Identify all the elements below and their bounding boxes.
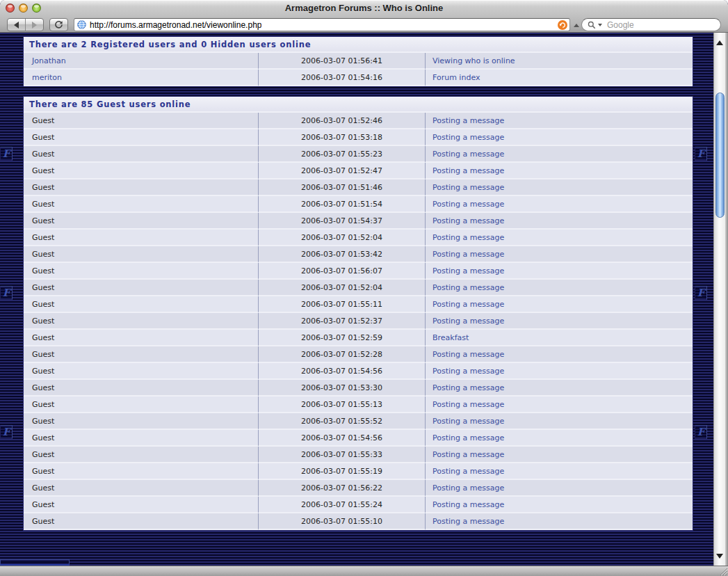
back-arrow-icon <box>14 22 19 29</box>
forum-location-link[interactable]: Posting a message <box>432 200 504 209</box>
forum-location-cell: Posting a message <box>426 263 693 280</box>
forum-location-link[interactable]: Posting a message <box>432 166 504 175</box>
last-updated-cell: 2006-03-07 01:53:18 <box>259 129 426 146</box>
forum-watermark-icon: F <box>695 425 707 439</box>
forum-location-cell: Posting a message <box>426 430 693 447</box>
table-row: Guest2006-03-07 01:51:54Posting a messag… <box>24 196 693 213</box>
table-row: Guest2006-03-07 01:56:22Posting a messag… <box>24 480 693 497</box>
username-link[interactable]: Jonathan <box>32 56 66 65</box>
resize-grip[interactable] <box>718 566 727 575</box>
forum-location-link[interactable]: Posting a message <box>432 183 504 192</box>
forum-location-link[interactable]: Posting a message <box>432 300 504 309</box>
table-row: Guest2006-03-07 01:52:28Posting a messag… <box>24 346 693 363</box>
table-row: Guest2006-03-07 01:53:42Posting a messag… <box>24 246 693 263</box>
scrollbar-thumb[interactable] <box>715 93 725 218</box>
browser-window: Armagetron Forums :: Who is Online <box>0 0 728 576</box>
forum-location-link[interactable]: Forum index <box>432 73 480 82</box>
user-cell: Guest <box>24 513 259 530</box>
forum-location-link[interactable]: Breakfast <box>432 333 469 342</box>
vertical-scrollbar[interactable] <box>713 33 725 566</box>
forum-location-link[interactable]: Posting a message <box>432 433 504 442</box>
table-row: Guest2006-03-07 01:52:04Posting a messag… <box>24 280 693 296</box>
reload-button[interactable] <box>49 18 68 31</box>
forum-location-cell: Posting a message <box>426 497 693 513</box>
table-row: Guest2006-03-07 01:54:37Posting a messag… <box>24 213 693 230</box>
user-cell: Guest <box>24 196 259 213</box>
last-updated-cell: 2006-03-07 01:55:33 <box>259 447 426 463</box>
scroll-up-button[interactable] <box>714 40 725 45</box>
forum-location-link[interactable]: Posting a message <box>432 317 504 326</box>
last-updated-cell: 2006-03-07 01:56:22 <box>259 480 426 497</box>
forum-location-cell: Posting a message <box>426 363 693 380</box>
table-row: Guest2006-03-07 01:55:24Posting a messag… <box>24 497 693 513</box>
forum-location-link[interactable]: Posting a message <box>432 483 504 493</box>
forum-location-cell: Posting a message <box>426 129 693 146</box>
forum-location-link[interactable]: Posting a message <box>432 350 504 359</box>
background-tile-partial <box>0 559 70 566</box>
snapback-icon[interactable] <box>558 20 567 30</box>
forum-location-cell: Posting a message <box>426 196 693 213</box>
arrow-up-icon <box>716 40 723 45</box>
last-updated-cell: 2006-03-07 01:55:11 <box>259 296 426 313</box>
title-bar[interactable]: Armagetron Forums :: Who is Online <box>0 0 728 16</box>
forum-location-link[interactable]: Posting a message <box>432 250 504 259</box>
last-updated-cell: 2006-03-07 01:51:46 <box>259 179 426 196</box>
browser-toolbar: http://forums.armagetronad.net/viewonlin… <box>0 16 728 33</box>
forum-location-cell: Viewing who is online <box>426 53 693 70</box>
forum-location-cell: Posting a message <box>426 380 693 397</box>
user-cell: Guest <box>24 179 259 196</box>
scroll-down-button[interactable] <box>714 554 725 559</box>
forum-location-link[interactable]: Posting a message <box>432 400 504 409</box>
forum-location-link[interactable]: Posting a message <box>432 367 504 376</box>
forum-location-link[interactable]: Posting a message <box>432 450 504 459</box>
window-right-edge <box>725 33 728 566</box>
forum-location-cell: Breakfast <box>426 330 693 346</box>
forum-location-cell: Posting a message <box>426 163 693 179</box>
forum-location-cell: Posting a message <box>426 230 693 246</box>
forum-location-link[interactable]: Posting a message <box>432 266 504 275</box>
forum-location-link[interactable]: Posting a message <box>432 500 504 509</box>
forum-location-link[interactable]: Posting a message <box>432 517 504 526</box>
status-bar <box>0 566 728 576</box>
toolbar-divider-caret[interactable] <box>573 22 580 29</box>
forum-location-link[interactable]: Posting a message <box>432 283 504 292</box>
back-button[interactable] <box>8 19 26 31</box>
forum-location-cell: Posting a message <box>426 246 693 263</box>
forum-location-cell: Posting a message <box>426 313 693 330</box>
google-search-field[interactable]: Google <box>581 18 721 31</box>
forum-location-cell: Posting a message <box>426 213 693 230</box>
search-dropdown-icon[interactable] <box>598 24 602 26</box>
forum-watermark-icon: F <box>0 286 13 300</box>
user-cell: Guest <box>24 363 259 380</box>
search-placeholder: Google <box>607 20 634 30</box>
forum-location-link[interactable]: Posting a message <box>432 150 504 159</box>
forward-button[interactable] <box>26 19 44 31</box>
last-updated-cell: 2006-03-07 01:54:16 <box>259 70 426 86</box>
last-updated-cell: 2006-03-07 01:55:23 <box>259 146 426 163</box>
user-cell: Guest <box>24 129 259 146</box>
last-updated-cell: 2006-03-07 01:52:04 <box>259 280 426 296</box>
user-cell: meriton <box>24 70 259 86</box>
user-cell: Guest <box>24 230 259 246</box>
username-link[interactable]: meriton <box>32 73 62 82</box>
forum-location-cell: Forum index <box>426 70 693 86</box>
address-bar[interactable]: http://forums.armagetronad.net/viewonlin… <box>74 18 570 31</box>
table-row: Guest2006-03-07 01:52:46Posting a messag… <box>24 113 693 129</box>
forum-location-link[interactable]: Posting a message <box>432 133 504 142</box>
forum-location-link[interactable]: Posting a message <box>432 216 504 225</box>
url-text: http://forums.armagetronad.net/viewonlin… <box>90 20 261 30</box>
last-updated-cell: 2006-03-07 01:55:24 <box>259 497 426 513</box>
user-cell: Guest <box>24 296 259 313</box>
forum-location-link[interactable]: Posting a message <box>432 467 504 476</box>
registered-users-table: There are 2 Registered users and 0 Hidde… <box>23 36 693 87</box>
user-cell: Guest <box>24 113 259 129</box>
table-row: Guest2006-03-07 01:53:30Posting a messag… <box>24 380 693 397</box>
forum-location-link[interactable]: Viewing who is online <box>432 56 515 65</box>
forum-location-link[interactable]: Posting a message <box>432 383 504 392</box>
last-updated-cell: 2006-03-07 01:55:52 <box>259 413 426 430</box>
forum-location-link[interactable]: Posting a message <box>432 233 504 242</box>
forum-location-link[interactable]: Posting a message <box>432 417 504 426</box>
forum-location-link[interactable]: Posting a message <box>432 116 504 125</box>
last-updated-cell: 2006-03-07 01:54:37 <box>259 213 426 230</box>
last-updated-cell: 2006-03-07 01:55:19 <box>259 463 426 480</box>
